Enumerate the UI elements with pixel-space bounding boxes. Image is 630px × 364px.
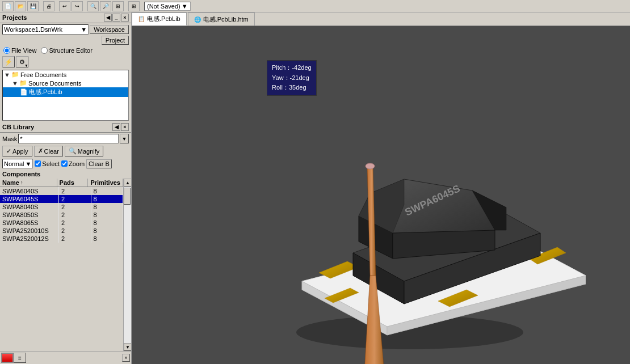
normal-label: Normal: [4, 160, 24, 167]
roll-line: Roll：35deg: [272, 83, 312, 93]
main-toolbar: 📄 📂 💾 🖨 ↩ ↪ 🔍 🔎 ⊞ ⊞ (Not Saved) ▼: [0, 0, 630, 12]
th-name[interactable]: Name ↑: [0, 179, 57, 187]
table-scroll-area: Name ↑ Pads Primitives SWPA6040S: [0, 179, 123, 351]
scroll-up-btn[interactable]: ▲: [124, 179, 131, 187]
svg-point-18: [366, 163, 375, 169]
table-scrollbar: ▲ ▼: [123, 179, 131, 351]
clear-x-icon: ✗: [38, 147, 43, 155]
settings-icon-btn[interactable]: ⚙ ▼: [16, 56, 28, 67]
table-row[interactable]: SWPA8040S 2 8: [0, 203, 123, 211]
components-wrapper: Components Name ↑ Pads Primitives: [0, 170, 131, 351]
open-btn[interactable]: 📂: [15, 1, 26, 11]
clearb-button[interactable]: Clear B: [86, 159, 112, 168]
structure-editor-label: Structure Editor: [49, 47, 92, 54]
mask-input[interactable]: [18, 134, 119, 143]
yaw-line: Yaw：-21deg: [272, 73, 312, 83]
cblibrary-menu-btn[interactable]: ◀: [112, 123, 120, 131]
tree-free-documents[interactable]: ▼ 📁 Free Documents: [3, 70, 128, 79]
projects-title: Projects: [2, 14, 27, 21]
panel-menu-btn[interactable]: ◀: [104, 14, 112, 22]
left-panel-bottom: ≡ ×: [0, 351, 131, 364]
normal-arrow-icon: ▼: [25, 160, 31, 167]
panel-close-btn[interactable]: ×: [121, 14, 129, 22]
compile-icon-btn[interactable]: ⚡: [2, 56, 15, 67]
scroll-track: [124, 187, 131, 343]
grid-btn[interactable]: ⊞: [128, 1, 140, 11]
pitch-line: Pitch：-42deg: [272, 63, 312, 73]
rotation-tooltip: Pitch：-42deg Yaw：-21deg Roll：35deg: [267, 60, 317, 96]
dropdown-arrow-icon: ▼: [182, 3, 188, 10]
tab-pcblib[interactable]: 📋 电感.PcbLib: [132, 12, 187, 26]
normal-dropdown[interactable]: Normal ▼: [2, 159, 33, 168]
apply-button[interactable]: ✓ Apply: [2, 146, 32, 156]
th-primitives[interactable]: Primitives: [88, 179, 123, 187]
cblibrary-header-buttons: ◀ ×: [112, 123, 129, 131]
workspace-button[interactable]: Workspace: [90, 25, 129, 34]
projects-header: Projects ◀ _ ×: [0, 12, 131, 23]
workspace-value: Workspace1.DsnWrk: [4, 26, 62, 33]
component-3d-svg: SWPA6045S: [188, 54, 586, 364]
table-container: Name ↑ Pads Primitives SWPA6040S: [0, 179, 131, 351]
table-row[interactable]: SWPA2520012S 2 8: [0, 235, 123, 243]
panel-minimize-btn[interactable]: _: [112, 14, 120, 22]
new-btn[interactable]: 📄: [2, 1, 14, 11]
free-documents-label: Free Documents: [20, 71, 66, 78]
view-mode-row: File View Structure Editor: [0, 46, 131, 55]
table-row[interactable]: SWPA6040S 2 8: [0, 187, 123, 195]
fit-btn[interactable]: ⊞: [112, 1, 124, 11]
print-btn[interactable]: 🖨: [43, 1, 54, 11]
workspace-row: Workspace1.DsnWrk ▼ Workspace: [0, 23, 131, 36]
table-row[interactable]: SWPA8065S 2 8: [0, 219, 123, 227]
scroll-thumb[interactable]: [124, 188, 131, 205]
scroll-down-btn[interactable]: ▼: [124, 343, 131, 351]
bottom-icon-btn2[interactable]: ≡: [14, 353, 26, 363]
select-checkbox[interactable]: Select: [35, 160, 60, 167]
panel-header-buttons: ◀ _ ×: [104, 14, 129, 22]
main-area: Projects ◀ _ × Workspace1.DsnWrk ▼ Works…: [0, 12, 630, 364]
cblibrary-title: CB Library: [2, 124, 34, 130]
components-title: Components: [0, 170, 131, 179]
table-body: SWPA6040S 2 8 SWPA6045S 2 8 SWPA8040S 2: [0, 187, 123, 351]
cblibrary-close-btn[interactable]: ×: [121, 123, 129, 131]
workspace-dropdown[interactable]: Workspace1.DsnWrk ▼: [2, 24, 89, 35]
magnify-button[interactable]: 🔍 Magnify: [65, 146, 104, 156]
magnify-icon: 🔍: [69, 147, 77, 155]
workspace-dropdown-arrow-icon: ▼: [81, 26, 87, 33]
zoom2-btn[interactable]: 🔎: [100, 1, 111, 11]
table-row[interactable]: SWPA2520010S 2 8: [0, 227, 123, 235]
not-saved-dropdown[interactable]: (Not Saved) ▼: [144, 2, 191, 11]
red-indicator[interactable]: [1, 353, 14, 363]
mask-dropdown-btn[interactable]: ▼: [120, 134, 129, 143]
table-row[interactable]: SWPA8050S 2 8: [0, 211, 123, 219]
cblibrary-section: CB Library ◀ × Mask ▼ ✓ Apply ✗: [0, 122, 131, 170]
structure-editor-radio[interactable]: Structure Editor: [41, 47, 92, 54]
redo-btn[interactable]: ↪: [72, 1, 83, 11]
save-btn[interactable]: 💾: [27, 1, 39, 11]
project-tree: ▼ 📁 Free Documents ▼ 📁 Source Documents …: [2, 70, 129, 121]
zoom-btn[interactable]: 🔍: [87, 1, 99, 11]
sort-arrow-icon: ↑: [20, 180, 23, 185]
tab-pcblib-icon: 📋: [138, 16, 145, 22]
tree-source-documents[interactable]: ▼ 📁 Source Documents: [3, 79, 128, 87]
project-icon-row: ⚡ ⚙ ▼: [0, 55, 131, 69]
tab-htm-icon: 🌐: [194, 16, 201, 23]
file-view-radio[interactable]: File View: [3, 47, 36, 54]
tab-pcblib-label: 电感.PcbLib: [147, 15, 180, 23]
panel-close-x-btn[interactable]: ×: [122, 354, 130, 362]
zoom-checkbox[interactable]: Zoom: [61, 160, 85, 167]
th-pads[interactable]: Pads: [57, 179, 89, 187]
tab-pcblib-htm[interactable]: 🌐 电感.PcbLib.htm: [188, 12, 255, 26]
table-header: Name ↑ Pads Primitives: [0, 179, 123, 187]
left-panel: Projects ◀ _ × Workspace1.DsnWrk ▼ Works…: [0, 12, 132, 364]
tabs-bar: 📋 电感.PcbLib 🌐 电感.PcbLib.htm: [132, 12, 630, 26]
table-row[interactable]: SWPA6045S 2 8: [0, 195, 123, 203]
pcblib-label: 电感.PcbLib: [29, 88, 62, 96]
pcb-canvas[interactable]: Pitch：-42deg Yaw：-21deg Roll：35deg: [132, 26, 630, 364]
apply-check-icon: ✓: [6, 147, 11, 155]
undo-btn[interactable]: ↩: [59, 1, 70, 11]
tree-pcblib[interactable]: 📄 电感.PcbLib: [3, 87, 128, 97]
project-button[interactable]: Project: [102, 36, 129, 45]
source-documents-label: Source Documents: [28, 80, 82, 87]
clear-button[interactable]: ✗ Clear: [34, 146, 63, 156]
normal-row: Normal ▼ Select Zoom Clear B: [0, 158, 131, 170]
